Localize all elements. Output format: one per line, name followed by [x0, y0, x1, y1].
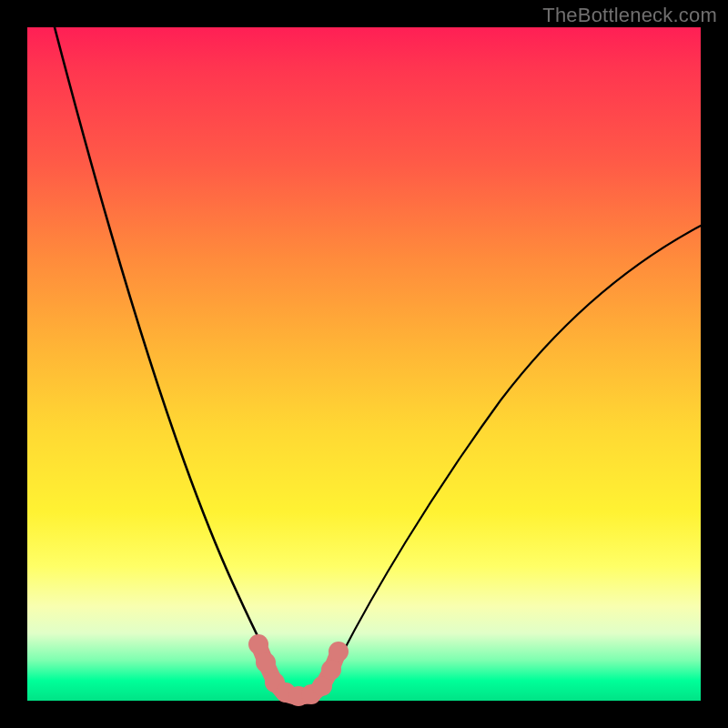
valley-blob: [329, 642, 349, 662]
valley-blob: [256, 652, 276, 672]
curve-layer: [27, 27, 701, 701]
valley-blob: [321, 660, 341, 680]
left-curve: [55, 27, 292, 699]
valley-blob: [248, 634, 268, 654]
plot-area: [27, 27, 701, 701]
chart-frame: TheBottleneck.com: [0, 0, 728, 728]
right-curve: [317, 226, 701, 699]
watermark-text: TheBottleneck.com: [542, 4, 717, 27]
